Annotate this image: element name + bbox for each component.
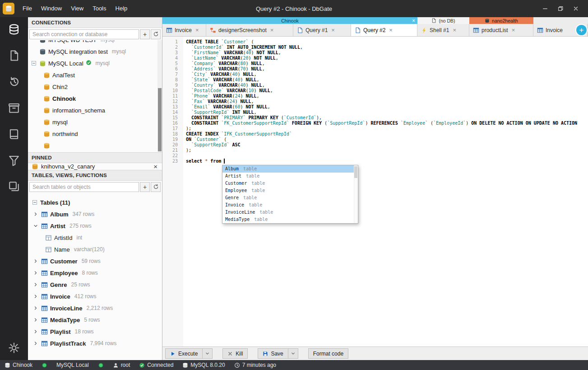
close-tab-icon[interactable]: ×	[331, 27, 335, 33]
table-item[interactable]: Artist275 rows	[28, 220, 162, 232]
close-tab-icon[interactable]: ×	[453, 27, 456, 33]
widget-layers[interactable]	[6, 180, 22, 193]
autocomplete-item[interactable]: Albumtable	[222, 165, 358, 173]
table-icon	[41, 328, 48, 335]
widget-book[interactable]	[6, 127, 22, 141]
add-connection-button[interactable]: +	[140, 29, 150, 39]
menu-tools[interactable]: Tools	[88, 0, 111, 17]
chevron-right-icon[interactable]	[32, 281, 39, 288]
chevron-right-icon[interactable]	[32, 258, 39, 264]
connection-item[interactable]: MySQL integration testmysql	[28, 46, 162, 57]
chevron-down-icon[interactable]	[32, 223, 39, 229]
table-item[interactable]: Invoice412 rows	[28, 290, 162, 302]
collapse-toggle[interactable]	[32, 199, 38, 206]
execute-dropdown-button[interactable]	[203, 348, 213, 359]
tables-group-row[interactable]: Tables (11)	[28, 197, 162, 208]
refresh-connections-button[interactable]	[151, 29, 161, 39]
autocomplete-item[interactable]: MediaTypetable	[222, 216, 358, 223]
autocomplete-item[interactable]: Customertable	[222, 180, 358, 187]
save-dropdown-button[interactable]	[288, 348, 298, 359]
code-line: `CustomerId` INT AUTO_INCREMENT NOT NULL…	[186, 45, 577, 50]
widget-filter[interactable]	[6, 154, 22, 167]
menu-window[interactable]: Window	[37, 0, 66, 17]
database-item[interactable]: information_schema	[28, 104, 162, 116]
column-item[interactable]: Namevarchar(120)	[28, 244, 162, 255]
connections-search-input[interactable]	[29, 29, 139, 39]
connection-item[interactable]: MySQL Localmysql	[28, 57, 162, 69]
close-tab-icon[interactable]: ×	[270, 27, 274, 33]
table-item[interactable]: Genre25 rows	[28, 279, 162, 290]
widget-history[interactable]	[6, 75, 22, 89]
menu-help[interactable]: Help	[111, 0, 132, 17]
restore-button[interactable]	[553, 2, 568, 15]
execute-button[interactable]: Execute	[165, 348, 203, 359]
database-item[interactable]	[28, 140, 162, 151]
table-item[interactable]: PlaylistTrack7,994 rows	[28, 337, 162, 349]
chevron-right-icon[interactable]	[32, 317, 39, 323]
suggestion-kind: table	[249, 202, 262, 208]
connection-item[interactable]: MYSQL WD TESTmysql	[28, 40, 162, 46]
widget-database[interactable]	[6, 23, 22, 36]
table-item[interactable]: MediaType5 rows	[28, 314, 162, 326]
chevron-right-icon[interactable]	[32, 328, 39, 335]
table-item[interactable]: Employee8 rows	[28, 267, 162, 279]
chevron-right-icon[interactable]	[32, 340, 39, 347]
database-item[interactable]: Chinook	[28, 93, 162, 104]
database-item[interactable]: AnalTest	[28, 69, 162, 81]
kill-button[interactable]: Kill	[222, 348, 248, 359]
widget-archive[interactable]	[6, 101, 22, 115]
sql-editor[interactable]: 1234567891011121314151617181920212223 CR…	[162, 37, 588, 347]
close-tab-icon[interactable]: ×	[195, 27, 199, 33]
autocomplete-item[interactable]: InvoiceLinetable	[222, 209, 358, 216]
database-item[interactable]: Chin2	[28, 81, 162, 93]
column-item[interactable]: ArtistIdint	[28, 232, 162, 244]
menu-file[interactable]: File	[18, 0, 37, 17]
table-item[interactable]: Customer59 rows	[28, 255, 162, 267]
database-item[interactable]: northwind	[28, 128, 162, 140]
chevron-right-icon[interactable]	[32, 270, 39, 276]
statusbar-label: 7 minutes ago	[242, 362, 276, 368]
autocomplete-item[interactable]: Employeetable	[222, 187, 358, 194]
unpin-icon[interactable]: ×	[153, 163, 157, 170]
tab-designerscreenshot[interactable]: designerScreenshot×	[206, 24, 293, 36]
new-tab-button[interactable]: +	[576, 25, 587, 35]
autocomplete-item[interactable]: Invoicetable	[222, 201, 358, 209]
autocomplete-item[interactable]: Genretable	[222, 194, 358, 201]
chevron-right-icon[interactable]	[32, 305, 39, 311]
close-group-icon[interactable]: ×	[412, 18, 415, 23]
close-tab-icon[interactable]: ×	[512, 27, 515, 33]
connections-scrollbar[interactable]	[157, 40, 162, 152]
chevron-right-icon[interactable]	[32, 211, 39, 217]
tab-query-2[interactable]: Query #2×	[351, 24, 417, 36]
minimize-button[interactable]	[537, 2, 553, 15]
database-item[interactable]: mysql	[28, 116, 162, 128]
db-icon	[43, 107, 50, 114]
tab-shell-1[interactable]: Shell #1×	[417, 24, 469, 36]
file-dark-icon	[431, 18, 436, 23]
scrollbar-thumb[interactable]	[158, 88, 162, 151]
refresh-tables-button[interactable]	[151, 182, 161, 192]
widget-file[interactable]	[6, 49, 22, 62]
close-button[interactable]	[568, 2, 583, 15]
tab-query-1[interactable]: Query #1×	[293, 24, 351, 36]
format-code-button[interactable]: Format code	[308, 348, 348, 359]
item-label: Album	[50, 211, 68, 218]
save-button[interactable]: Save	[258, 348, 288, 359]
tab-productlist[interactable]: productList×	[469, 24, 533, 36]
tab-group-label: Chinook	[281, 18, 299, 23]
autocomplete-scrollbar[interactable]	[354, 165, 358, 223]
pinned-item[interactable]: knihovna_v2_canary×	[28, 163, 162, 170]
scrollbar-thumb[interactable]	[354, 166, 357, 178]
close-tab-icon[interactable]: ×	[389, 27, 393, 33]
tab-invoice[interactable]: Invoice×	[162, 24, 206, 36]
collapse-toggle[interactable]	[31, 60, 37, 66]
autocomplete-item[interactable]: Artisttable	[222, 173, 358, 180]
widget-settings[interactable]	[6, 341, 22, 355]
table-item[interactable]: Album347 rows	[28, 208, 162, 220]
table-item[interactable]: Playlist18 rows	[28, 326, 162, 337]
add-table-button[interactable]: +	[140, 182, 150, 192]
table-item[interactable]: InvoiceLine2,212 rows	[28, 302, 162, 314]
chevron-right-icon[interactable]	[32, 293, 39, 300]
menu-view[interactable]: View	[66, 0, 88, 17]
tables-search-input[interactable]	[29, 182, 139, 192]
